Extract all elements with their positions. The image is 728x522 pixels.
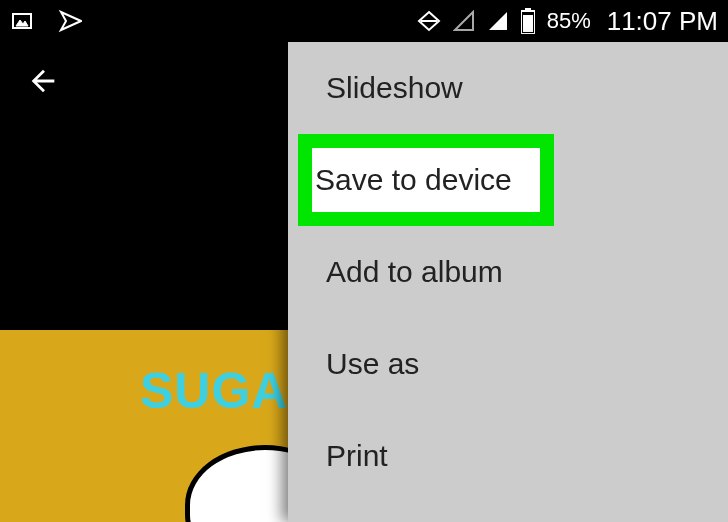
status-bar: 85% 11:07 PM xyxy=(0,0,728,42)
send-icon xyxy=(58,9,82,33)
picture-icon xyxy=(10,9,34,33)
screen: SUGA 85% 11:07 PM Slideshow Save to devi… xyxy=(0,0,728,522)
svg-rect-9 xyxy=(523,15,533,32)
menu-label: Use as xyxy=(326,347,419,381)
menu-item-use-as[interactable]: Use as xyxy=(288,318,728,410)
overflow-menu: Slideshow Save to device Add to album Us… xyxy=(288,42,728,522)
menu-item-slideshow[interactable]: Slideshow xyxy=(288,42,728,134)
statusbar-left xyxy=(10,9,82,33)
battery-icon xyxy=(521,8,535,34)
signal-full-icon xyxy=(487,10,509,32)
menu-label: Slideshow xyxy=(326,71,463,105)
menu-item-save-to-device[interactable]: Save to device xyxy=(288,134,728,226)
menu-item-add-to-album[interactable]: Add to album xyxy=(288,226,728,318)
battery-percent: 85% xyxy=(547,8,591,34)
svg-marker-6 xyxy=(489,12,507,30)
menu-label: Add to album xyxy=(326,255,503,289)
svg-marker-5 xyxy=(455,12,473,30)
statusbar-right: 85% 11:07 PM xyxy=(417,6,718,37)
menu-item-print[interactable]: Print xyxy=(288,410,728,502)
svg-marker-2 xyxy=(61,12,81,30)
signal-empty-icon xyxy=(453,10,475,32)
back-icon[interactable] xyxy=(26,64,60,98)
wifi-icon xyxy=(417,9,441,33)
photo-partial-text: SUGA xyxy=(140,362,288,420)
menu-label: Print xyxy=(326,439,388,473)
svg-marker-1 xyxy=(16,20,28,26)
clock-time: 11:07 PM xyxy=(607,6,718,37)
menu-label: Save to device xyxy=(315,163,512,197)
